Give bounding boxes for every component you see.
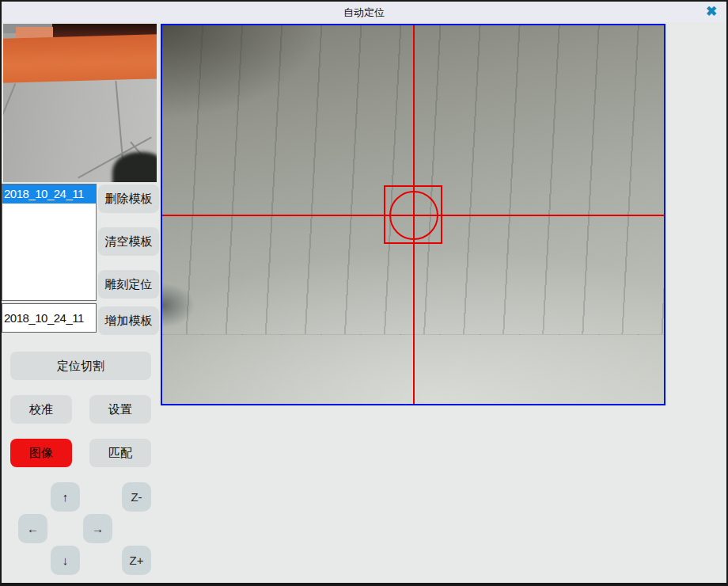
list-item[interactable]: 2018_10_24_11 [2, 185, 96, 204]
jog-z-plus-button[interactable]: Z+ [122, 546, 151, 575]
delete-template-button[interactable]: 删除模板 [98, 185, 159, 213]
dialog-title: 自动定位 [2, 6, 726, 20]
engrave-position-button[interactable]: 雕刻定位 [98, 270, 159, 299]
close-icon[interactable]: ✖ [703, 3, 720, 21]
jog-right-button[interactable]: → [83, 514, 112, 543]
auto-position-dialog: 自动定位 ✖ 2018_10_24_11 删除模板 清空模板 雕刻定位 增加模板… [0, 0, 728, 586]
match-button[interactable]: 匹配 [89, 439, 151, 467]
jog-up-button[interactable]: ↑ [51, 482, 80, 512]
template-list[interactable]: 2018_10_24_11 [2, 184, 97, 301]
titlebar: 自动定位 ✖ [2, 2, 726, 22]
jog-left-button[interactable]: ← [18, 514, 47, 543]
template-thumbnail [3, 24, 157, 182]
template-name-input[interactable] [2, 303, 97, 333]
add-template-button[interactable]: 增加模板 [98, 306, 159, 335]
calibrate-button[interactable]: 校准 [10, 395, 72, 424]
camera-view[interactable] [161, 24, 665, 405]
target-circle [389, 191, 438, 240]
clear-templates-button[interactable]: 清空模板 [98, 227, 159, 256]
jog-down-button[interactable]: ↓ [51, 546, 80, 575]
image-button[interactable]: 图像 [10, 439, 72, 467]
position-cut-button[interactable]: 定位切割 [10, 352, 151, 380]
jog-z-minus-button[interactable]: Z- [122, 482, 151, 512]
thumbnail-orange-beam [3, 34, 157, 83]
settings-button[interactable]: 设置 [89, 395, 151, 424]
